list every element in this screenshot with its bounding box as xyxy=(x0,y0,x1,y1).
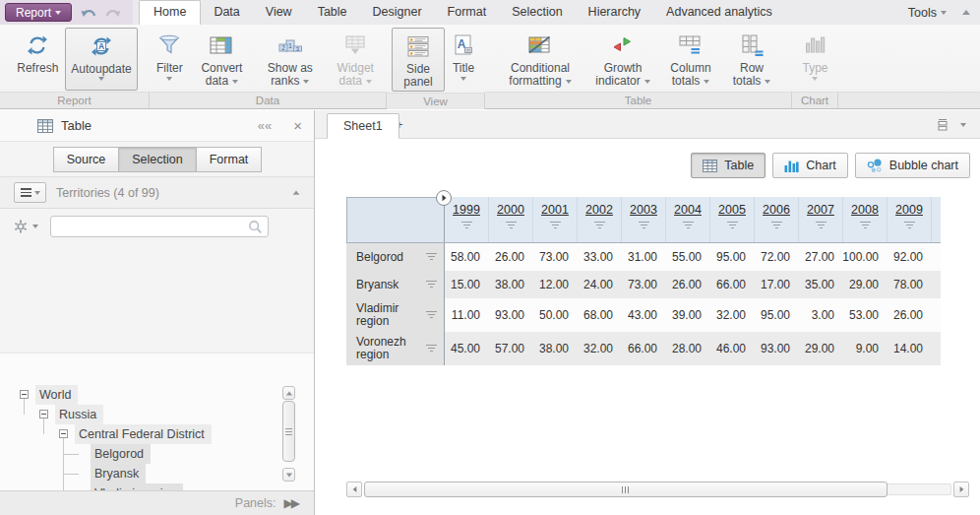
autoupdate-button[interactable]: A Autoupdate xyxy=(65,28,137,91)
year-link[interactable]: 2007 xyxy=(807,203,834,217)
column-header-2003[interactable]: 2003 xyxy=(622,197,666,242)
filter-icon[interactable] xyxy=(461,222,472,230)
menu-tab-designer[interactable]: Designer xyxy=(360,1,435,25)
horizontal-scrollbar[interactable] xyxy=(346,482,969,497)
tree-node-belgorod[interactable]: Belgorod xyxy=(91,444,151,464)
column-header-2007[interactable]: 2007 xyxy=(799,197,843,242)
filter-icon[interactable] xyxy=(639,222,649,230)
section-collapse-icon[interactable] xyxy=(293,190,300,194)
collapse-toggle-icon[interactable] xyxy=(20,390,29,399)
row-header-bryansk[interactable]: Bryansk xyxy=(346,271,445,298)
table-corner-cell[interactable] xyxy=(346,197,445,242)
filter-icon[interactable] xyxy=(771,222,782,230)
tree-node-central-federal-district[interactable]: Central Federal District xyxy=(75,424,212,444)
scroll-up-button[interactable] xyxy=(282,386,295,400)
menu-tab-selection[interactable]: Selection xyxy=(499,1,575,25)
sheet-tab[interactable]: Sheet1 xyxy=(327,113,399,139)
menu-tab-advanced-analytics[interactable]: Advanced analytics xyxy=(653,1,785,25)
filter-icon[interactable] xyxy=(904,222,915,230)
menu-tab-hierarchy[interactable]: Hierarchy xyxy=(576,1,654,25)
filter-icon[interactable] xyxy=(426,253,437,262)
view-chart-button[interactable]: Chart xyxy=(772,153,848,178)
dropdown-arrow-icon[interactable] xyxy=(960,123,966,127)
panel-collapse-icon[interactable]: «« xyxy=(258,118,272,133)
menu-tab-table[interactable]: Table xyxy=(305,1,360,25)
tree-node-russia[interactable]: Russia xyxy=(55,405,103,424)
column-header-2004[interactable]: 2004 xyxy=(666,197,710,242)
filter-icon[interactable] xyxy=(550,222,561,230)
filter-icon[interactable] xyxy=(727,222,738,230)
menu-tab-format[interactable]: Format xyxy=(435,1,500,25)
year-link[interactable]: 2006 xyxy=(763,203,790,217)
filter-icon[interactable] xyxy=(426,311,437,320)
filter-icon[interactable] xyxy=(594,222,605,230)
filter-icon[interactable] xyxy=(426,345,437,354)
refresh-button[interactable]: Refresh xyxy=(12,28,63,91)
scrollbar-thumb[interactable] xyxy=(282,401,295,462)
column-header-1999[interactable]: 1999 xyxy=(445,197,489,242)
scroll-left-button[interactable] xyxy=(346,482,362,497)
row-header-vladimir-region[interactable]: Vladimir region xyxy=(346,298,445,332)
filter-icon[interactable] xyxy=(506,222,517,230)
column-header-2009[interactable]: 2009 xyxy=(888,197,932,242)
filter-icon[interactable] xyxy=(816,222,827,230)
panel-close-icon[interactable]: × xyxy=(293,117,302,134)
column-header-2008[interactable]: 2008 xyxy=(843,197,888,242)
undo-button[interactable] xyxy=(78,4,97,22)
corner-expand-button[interactable] xyxy=(436,190,452,206)
tools-menu-button[interactable]: Tools xyxy=(908,6,947,20)
year-link[interactable]: 2009 xyxy=(895,203,923,217)
tree-node-vladimir-region[interactable]: Vladimir region xyxy=(91,483,183,490)
tree-scrollbar[interactable] xyxy=(282,386,295,482)
collapse-ribbon-icon[interactable] xyxy=(962,10,970,15)
dimension-menu-button[interactable] xyxy=(14,182,46,203)
title-button[interactable]: A Title xyxy=(447,28,480,92)
year-link[interactable]: 2000 xyxy=(497,203,524,217)
year-link[interactable]: 2002 xyxy=(585,203,613,217)
column-header-2006[interactable]: 2006 xyxy=(755,197,799,242)
tab-format[interactable]: Format xyxy=(196,147,263,172)
conditional-formatting-button[interactable]: Conditional formatting xyxy=(496,28,584,91)
collapse-toggle-icon[interactable] xyxy=(59,429,68,438)
view-bubble-chart-button[interactable]: Bubble chart xyxy=(855,153,970,178)
view-table-button[interactable]: Table xyxy=(691,153,766,178)
panels-expand-icon[interactable]: ▶▶ xyxy=(284,496,298,510)
report-menu-button[interactable]: Report xyxy=(5,3,72,22)
row-totals-button[interactable]: Row totals xyxy=(722,28,781,91)
column-totals-button[interactable]: Column totals xyxy=(661,28,720,91)
menu-tab-data[interactable]: Data xyxy=(201,1,252,25)
scrollbar-thumb[interactable] xyxy=(364,482,888,497)
row-header-voronezh-region[interactable]: Voronezh region xyxy=(346,332,445,365)
year-link[interactable]: 2008 xyxy=(851,203,879,217)
convert-data-button[interactable]: Convert data xyxy=(190,28,254,91)
menu-tab-home[interactable]: Home xyxy=(139,0,201,25)
tree-node-bryansk[interactable]: Bryansk xyxy=(91,464,146,483)
filter-icon[interactable] xyxy=(860,222,871,230)
collapse-toggle-icon[interactable] xyxy=(39,410,48,418)
redo-button[interactable] xyxy=(103,4,123,22)
filter-icon[interactable] xyxy=(683,222,694,230)
column-header-2001[interactable]: 2001 xyxy=(533,197,578,242)
scroll-down-button[interactable] xyxy=(282,468,295,482)
year-link[interactable]: 1999 xyxy=(453,203,480,217)
year-link[interactable]: 2001 xyxy=(541,203,569,217)
tab-source[interactable]: Source xyxy=(53,147,120,172)
filter-button[interactable]: Filter xyxy=(152,28,188,91)
side-panel-button[interactable]: Side panel xyxy=(392,28,445,92)
filter-icon[interactable] xyxy=(426,281,437,290)
growth-indicator-button[interactable]: Growth indicator xyxy=(586,28,659,91)
year-link[interactable]: 2003 xyxy=(630,203,657,217)
tab-selection[interactable]: Selection xyxy=(118,147,196,172)
column-header-2000[interactable]: 2000 xyxy=(489,197,533,242)
show-as-ranks-button[interactable]: 1 2 3 Show as ranks xyxy=(256,28,324,91)
column-header-2005[interactable]: 2005 xyxy=(710,197,755,242)
menu-tab-view[interactable]: View xyxy=(253,1,305,25)
tree-node-world[interactable]: World xyxy=(35,385,78,405)
gear-icon[interactable] xyxy=(14,220,28,233)
year-link[interactable]: 2005 xyxy=(718,203,746,217)
search-input[interactable] xyxy=(51,220,248,233)
column-header-2002[interactable]: 2002 xyxy=(578,197,622,242)
layout-icon[interactable] xyxy=(937,118,949,131)
year-link[interactable]: 2004 xyxy=(674,203,702,217)
scroll-right-button[interactable] xyxy=(953,482,969,497)
